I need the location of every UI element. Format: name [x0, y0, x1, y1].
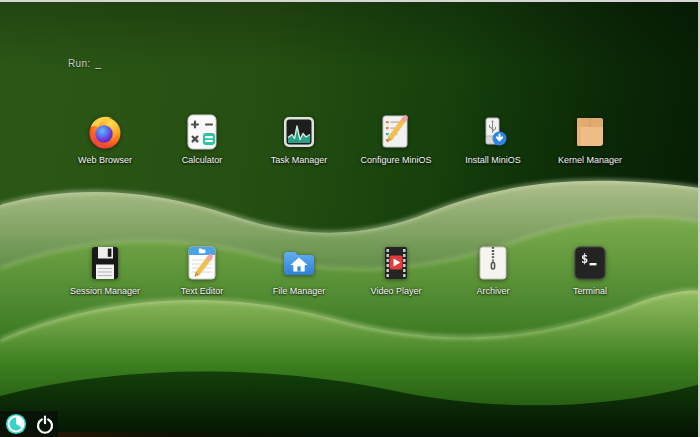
desktop-icon-archiver[interactable]: Archiver — [438, 243, 548, 296]
desktop-icon-file-manager[interactable]: File Manager — [244, 243, 354, 296]
icon-label: Video Player — [371, 286, 422, 296]
bottom-panel — [0, 411, 58, 437]
clock-logo-icon — [5, 413, 27, 435]
archiver-icon — [473, 243, 513, 283]
text-editor-icon — [182, 243, 222, 283]
desktop-icon-video-player[interactable]: Video Player — [341, 243, 451, 296]
task-manager-icon — [279, 112, 319, 152]
icon-label: Kernel Manager — [558, 155, 622, 165]
icon-label: Web Browser — [78, 155, 132, 165]
video-player-icon — [376, 243, 416, 283]
icon-label: Install MiniOS — [465, 155, 521, 165]
file-manager-icon — [279, 243, 319, 283]
desktop-icon-task-manager[interactable]: Task Manager — [244, 112, 354, 165]
power-icon — [35, 414, 55, 434]
calculator-icon — [182, 112, 222, 152]
icon-label: Archiver — [476, 286, 509, 296]
icon-label: File Manager — [273, 286, 326, 296]
icon-label: Task Manager — [271, 155, 328, 165]
desktop-icon-install-minios[interactable]: Install MiniOS — [438, 112, 548, 165]
desktop-icon-configure-minios[interactable]: Configure MiniOS — [341, 112, 451, 165]
web-browser-icon — [85, 112, 125, 152]
power-button[interactable] — [34, 413, 56, 435]
desktop: Run:_ Web Browser — [0, 0, 700, 437]
desktop-icon-session-manager[interactable]: Session Manager — [50, 243, 160, 296]
configure-minios-icon — [376, 112, 416, 152]
wallpaper — [0, 0, 700, 437]
desktop-icon-calculator[interactable]: Calculator — [147, 112, 257, 165]
desktop-icon-terminal[interactable]: $ Terminal — [535, 243, 645, 296]
icon-label: Calculator — [182, 155, 223, 165]
run-prompt-cursor: _ — [95, 58, 101, 69]
desktop-icon-web-browser[interactable]: Web Browser — [50, 112, 160, 165]
icon-label: Session Manager — [70, 286, 140, 296]
kernel-manager-icon — [570, 112, 610, 152]
icon-label: Terminal — [573, 286, 607, 296]
dollar-prompt-glyph: $ — [581, 252, 588, 266]
install-minios-icon — [473, 112, 513, 152]
icon-label: Configure MiniOS — [360, 155, 431, 165]
icon-label: Text Editor — [181, 286, 224, 296]
desktop-icon-text-editor[interactable]: Text Editor — [147, 243, 257, 296]
minios-menu-button[interactable] — [5, 413, 27, 435]
terminal-icon: $ — [570, 243, 610, 283]
session-manager-icon — [85, 243, 125, 283]
run-prompt-label: Run: — [68, 58, 90, 69]
run-prompt[interactable]: Run:_ — [68, 58, 101, 69]
desktop-icon-kernel-manager[interactable]: Kernel Manager — [535, 112, 645, 165]
